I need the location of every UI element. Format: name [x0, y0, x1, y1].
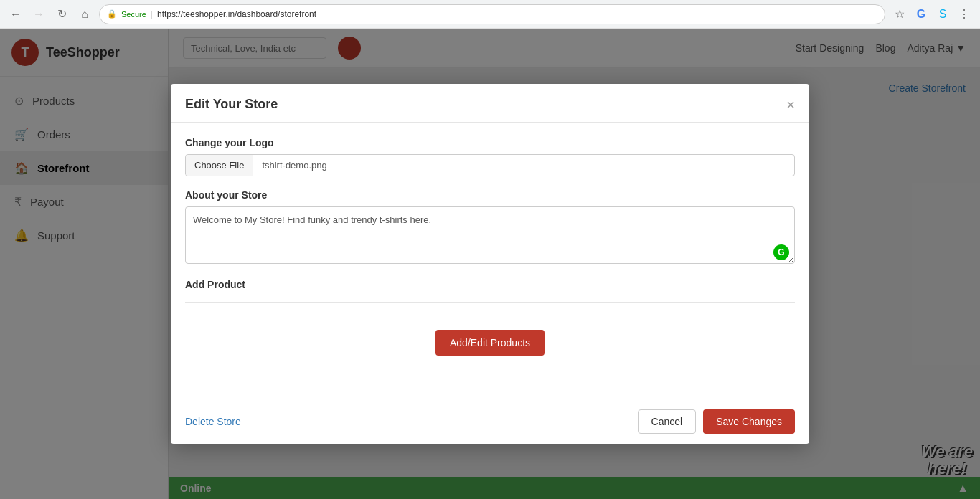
bookmark-button[interactable]: ☆	[891, 6, 908, 23]
browser-actions: ☆ G S ⋮	[891, 6, 973, 23]
menu-button[interactable]: ⋮	[956, 6, 973, 23]
divider	[185, 302, 795, 303]
home-button[interactable]: ⌂	[76, 6, 93, 23]
url-separator: |	[151, 9, 153, 19]
modal-body: Change your Logo Choose File tshirt-demo…	[171, 123, 809, 399]
about-textarea[interactable]: Welcome to My Store! Find funky and tren…	[185, 206, 795, 264]
delete-store-button[interactable]: Delete Store	[185, 416, 241, 427]
logo-form-group: Change your Logo Choose File tshirt-demo…	[185, 137, 795, 176]
file-name: tshirt-demo.png	[253, 155, 794, 176]
add-edit-products-button[interactable]: Add/Edit Products	[435, 330, 545, 356]
google-account-button[interactable]: G	[913, 6, 930, 23]
logo-label: Change your Logo	[185, 137, 795, 148]
address-bar[interactable]: 🔒 Secure | https://teeshopper.in/dashboa…	[99, 4, 885, 24]
forward-button[interactable]: →	[30, 6, 47, 23]
modal-header: Edit Your Store ×	[171, 84, 809, 123]
textarea-wrapper: Welcome to My Store! Find funky and tren…	[185, 206, 795, 266]
about-label: About your Store	[185, 189, 795, 201]
secure-icon: 🔒	[107, 9, 117, 19]
cancel-button[interactable]: Cancel	[638, 409, 697, 434]
app-container: T TeeShopper ⊙ Products 🛒 Orders 🏠 Store…	[0, 29, 980, 499]
products-area: Add/Edit Products	[185, 314, 795, 371]
save-changes-button[interactable]: Save Changes	[703, 409, 795, 434]
url-text: https://teeshopper.in/dashboard/storefro…	[157, 9, 316, 19]
choose-file-button[interactable]: Choose File	[186, 155, 253, 176]
browser-bar: ← → ↻ ⌂ 🔒 Secure | https://teeshopper.in…	[0, 0, 980, 29]
modal-title: Edit Your Store	[185, 97, 278, 112]
secure-label: Secure	[121, 10, 146, 19]
modal: Edit Your Store × Change your Logo Choos…	[171, 84, 809, 444]
reload-button[interactable]: ↻	[53, 6, 70, 23]
modal-close-button[interactable]: ×	[786, 98, 795, 112]
add-product-form-group: Add Product Add/Edit Products	[185, 279, 795, 371]
skype-button[interactable]: S	[934, 6, 951, 23]
modal-footer: Delete Store Cancel Save Changes	[171, 399, 809, 444]
grammarly-icon: G	[773, 244, 789, 260]
footer-right: Cancel Save Changes	[638, 409, 795, 434]
modal-overlay[interactable]: Edit Your Store × Change your Logo Choos…	[0, 29, 980, 499]
back-button[interactable]: ←	[7, 6, 24, 23]
file-input-wrapper: Choose File tshirt-demo.png	[185, 154, 795, 176]
about-form-group: About your Store Welcome to My Store! Fi…	[185, 189, 795, 266]
add-product-label: Add Product	[185, 279, 795, 290]
